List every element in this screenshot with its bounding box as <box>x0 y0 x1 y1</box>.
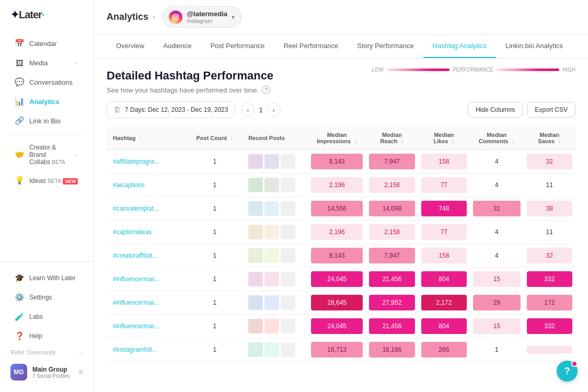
hashtag-link[interactable]: #influencermar... <box>113 275 159 283</box>
sidebar-item-conversations[interactable]: 💬 Conversations <box>4 73 89 91</box>
date-picker[interactable]: 🗓 7 Days: Dec 12, 2023 - Dec 19, 2023 <box>107 101 235 118</box>
page-subtitle: See how your hashtags have performed ove… <box>107 86 575 94</box>
median-impressions-cell: 8,143 <box>308 150 366 174</box>
post-thumbnail[interactable] <box>248 248 263 263</box>
sidebar-item-ideas[interactable]: 💡 Ideas BETA NEW <box>4 171 89 190</box>
table-row: #influencermar... 1 24,045 21,456 804 15… <box>107 315 575 338</box>
hashtag-cell[interactable]: #influencermar... <box>107 315 188 338</box>
sidebar-item-creator-brand[interactable]: 🤝 Creator & BrandCollabs BETA → <box>4 139 89 170</box>
post-count-cell: 1 <box>188 315 243 338</box>
post-thumbnail[interactable] <box>248 225 263 239</box>
sidebar-item-learn[interactable]: 🎓 Learn With Later <box>4 269 89 287</box>
tab-linkin-bio[interactable]: Linkin.bio Analytics <box>496 34 572 58</box>
hashtag-cell[interactable]: #affiliateprogra... <box>107 150 188 174</box>
hashtag-link[interactable]: #captionideas <box>113 228 152 236</box>
col-header-median-saves[interactable]: MedianSaves ↕ <box>524 126 575 150</box>
next-page-button[interactable]: › <box>267 103 281 117</box>
col-header-median-reach[interactable]: MedianReach ↕ <box>366 126 418 150</box>
median-impressions-cell: 14,556 <box>308 197 366 221</box>
post-thumbnail[interactable] <box>248 201 263 216</box>
post-thumbnail-placeholder <box>281 295 295 310</box>
sidebar-item-link-in-bio[interactable]: 🔗 Link in Bio <box>4 111 89 130</box>
post-thumbnail-placeholder <box>281 225 295 239</box>
median-saves-cell: 11 <box>524 221 575 244</box>
sidebar-item-label: Analytics <box>29 98 60 106</box>
sidebar-item-media[interactable]: 🖼 Media → <box>4 53 89 72</box>
post-thumbnail-placeholder <box>264 248 279 263</box>
hashtag-cell[interactable]: #captionideas <box>107 221 188 244</box>
help-bubble-button[interactable]: ? <box>557 361 578 382</box>
post-thumbnail[interactable] <box>248 342 263 357</box>
median-impressions-cell: 2,196 <box>308 221 366 244</box>
hashtag-link[interactable]: #instagramfoll... <box>113 346 157 353</box>
post-count-cell: 1 <box>188 244 243 268</box>
sidebar-item-help[interactable]: ❓ Help <box>4 327 89 345</box>
post-thumbnail-placeholder <box>264 154 279 169</box>
account-selector[interactable]: @latermedia Instagram ▾ <box>162 6 241 28</box>
tab-post-performance[interactable]: Post Performance <box>201 34 274 58</box>
hashtag-link[interactable]: #creatoraffiliat... <box>113 252 157 259</box>
post-thumbnail[interactable] <box>248 319 263 333</box>
sort-icon: ↕ <box>401 139 404 144</box>
post-thumbnail-placeholder <box>281 272 295 286</box>
sidebar-item-analytics[interactable]: 📊 Analytics <box>4 92 89 111</box>
calendar-icon: 🗓 <box>113 106 121 114</box>
tab-story-performance[interactable]: Story Performance <box>348 34 423 58</box>
col-header-median-likes[interactable]: MedianLikes ↕ <box>418 126 470 150</box>
col-header-post-count[interactable]: Post Count ↕ <box>188 126 243 150</box>
sidebar-item-settings[interactable]: ⚙️ Settings <box>4 288 89 307</box>
median-reach-cell: 21,456 <box>366 268 418 291</box>
export-csv-button[interactable]: Export CSV <box>527 102 575 118</box>
help-tooltip-icon[interactable]: ? <box>262 86 270 94</box>
tab-reel-performance[interactable]: Reel Performance <box>274 34 348 58</box>
post-thumbnail[interactable] <box>248 272 263 286</box>
col-header-hashtag[interactable]: Hashtag ↑ <box>107 126 188 150</box>
post-thumbnail[interactable] <box>248 178 263 192</box>
sidebar: ✦Later· 📅 Calendar 🖼 Media → 💬 Conversat… <box>0 0 94 392</box>
hashtag-link[interactable]: #affiliateprogra... <box>113 158 159 165</box>
table-row: #canvatemplat... 1 14,556 14,098 748 31 … <box>107 197 575 221</box>
more-options-icon[interactable]: ··· <box>78 349 83 355</box>
recent-posts-cell <box>242 338 308 362</box>
hashtag-link[interactable]: #aicaptions <box>113 181 145 189</box>
median-reach-cell: 27,952 <box>366 291 418 315</box>
prev-page-button[interactable]: ‹ <box>241 103 255 117</box>
hashtag-cell[interactable]: #influencermar... <box>107 291 188 315</box>
media-icon: 🖼 <box>15 58 24 67</box>
hide-columns-button[interactable]: Hide Columns <box>468 102 523 118</box>
hashtag-link[interactable]: #influencermar... <box>113 322 159 330</box>
user-profile[interactable]: MG Main Group 7 Social Profiles ⇅ <box>0 359 94 386</box>
post-thumbnail-placeholder <box>281 319 295 333</box>
col-header-median-impressions[interactable]: MedianImpressions ↕ <box>308 126 366 150</box>
sidebar-item-calendar[interactable]: 📅 Calendar <box>4 34 89 53</box>
post-thumbnail-placeholder <box>264 225 279 239</box>
post-thumbnail-placeholder <box>264 319 279 333</box>
hashtag-cell[interactable]: #instagramfoll... <box>107 338 188 362</box>
sidebar-item-labs[interactable]: 🧪 Labs <box>4 307 89 326</box>
sort-icon: ↕ <box>452 139 454 144</box>
learn-icon: 🎓 <box>15 273 24 283</box>
col-header-median-comments[interactable]: MedianComments ↕ <box>470 126 524 150</box>
hashtag-cell[interactable]: #influencermar... <box>107 268 188 291</box>
hashtag-link[interactable]: #influencermar... <box>113 299 159 306</box>
tab-hashtag-analytics[interactable]: Hashtag Analytics <box>423 34 496 58</box>
tabs-bar: Overview Audience Post Performance Reel … <box>94 34 588 59</box>
post-thumbnail-placeholder <box>281 201 295 216</box>
post-count-cell: 1 <box>188 291 243 315</box>
post-thumbnail[interactable] <box>248 154 263 169</box>
tab-audience[interactable]: Audience <box>154 34 201 58</box>
sidebar-item-label: Learn With Later <box>29 274 76 282</box>
hashtag-cell[interactable]: #creatoraffiliat... <box>107 244 188 268</box>
post-thumbnail[interactable] <box>248 295 263 310</box>
hashtag-cell[interactable]: #canvatemplat... <box>107 197 188 221</box>
breadcrumb-analytics[interactable]: Analytics <box>107 11 148 22</box>
recent-posts-cell <box>242 221 308 244</box>
tab-overview[interactable]: Overview <box>107 34 154 58</box>
refer-label: Refer <box>10 349 25 355</box>
hashtag-table: Hashtag ↑ Post Count ↕ Recent Posts Medi… <box>107 126 575 362</box>
ideas-icon: 💡 <box>15 176 24 185</box>
creator-icon: 🤝 <box>15 150 24 159</box>
hashtag-cell[interactable]: #aicaptions <box>107 174 188 197</box>
chevron-up-down-icon: ⇅ <box>78 369 83 376</box>
hashtag-link[interactable]: #canvatemplat... <box>113 205 159 212</box>
